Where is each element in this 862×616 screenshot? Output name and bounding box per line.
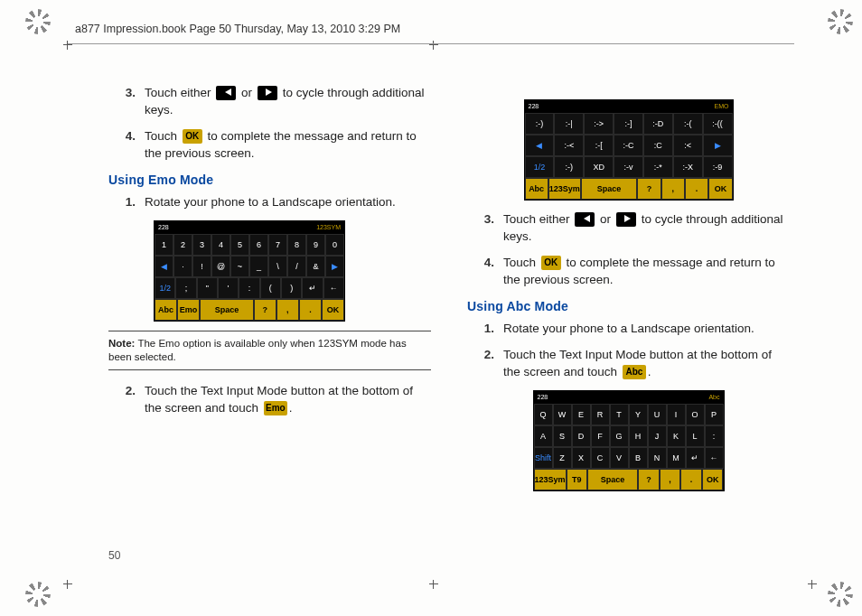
list-item: 3. Touch either or to cycle through addi… — [108, 85, 431, 119]
keyboard-key: T — [610, 404, 629, 425]
keyboard-key: XD — [584, 156, 614, 178]
keyboard-key: 123Sym — [548, 178, 581, 200]
cropmark-sun-icon — [25, 9, 51, 34]
keyboard-key: & — [306, 256, 325, 277]
ok-button-icon: OK — [183, 129, 202, 144]
keyboard-key: ( — [260, 277, 281, 299]
left-arrow-icon — [575, 212, 595, 227]
header-text: a877 Impression.book Page 50 Thursday, M… — [75, 23, 400, 35]
list-item: 1. Rotate your phone to a Landscape orie… — [467, 321, 790, 338]
right-column: 228EMO :-):-|:->:-]:-D:-(:-((◀:-<:-[:-C:… — [467, 81, 790, 553]
document-page: a877 Impression.book Page 50 Thursday, M… — [0, 0, 862, 616]
keyboard-key: Space — [200, 299, 254, 321]
keyboard-key: Space — [587, 469, 638, 490]
keyboard-key: :-[ — [584, 135, 614, 156]
keyboard-key: ~ — [230, 256, 249, 277]
keyboard-key: P — [705, 404, 724, 425]
note-box: Note: The Emo option is available only w… — [108, 331, 431, 370]
keyboard-key: Z — [553, 447, 572, 469]
keyboard-screenshot-emo: 228EMO :-):-|:->:-]:-D:-(:-((◀:-<:-[:-C:… — [524, 99, 734, 201]
keyboard-key: Abc — [155, 299, 177, 321]
keyboard-key: :-) — [554, 156, 584, 178]
registration-mark-icon — [429, 580, 438, 589]
keyboard-key: L — [686, 425, 705, 447]
step-number: 4. — [467, 255, 503, 289]
keyboard-key: :< — [673, 135, 703, 156]
keyboard-key: I — [667, 404, 686, 425]
keyboard-key: B — [629, 447, 648, 469]
step-text: Touch either or to cycle through additio… — [145, 85, 431, 119]
keyboard-key: :-D — [643, 113, 673, 135]
step-text: Touch the Text Input Mode button at the … — [145, 383, 431, 417]
keyboard-key: X — [572, 447, 591, 469]
keyboard-key: : — [239, 277, 259, 299]
keyboard-key: _ — [249, 256, 268, 277]
keyboard-key: 4 — [211, 234, 230, 256]
ok-button-icon: OK — [541, 256, 561, 270]
keyboard-key: O — [686, 404, 705, 425]
registration-mark-icon — [808, 580, 817, 589]
list-item: 3. Touch either or to cycle through addi… — [467, 211, 790, 246]
keyboard-key: :C — [643, 135, 673, 156]
page-number: 50 — [108, 548, 120, 564]
keyboard-key: H — [629, 425, 648, 447]
keyboard-key: · — [173, 256, 192, 277]
keyboard-key: Shift — [534, 447, 553, 469]
keyboard-key: :-9 — [703, 156, 733, 178]
keyboard-key: :-| — [554, 113, 584, 135]
keyboard-key: ? — [637, 178, 661, 200]
keyboard-key: 5 — [230, 234, 249, 256]
step-number: 2. — [467, 347, 503, 381]
keyboard-key: ' — [218, 277, 239, 299]
keyboard-key: 2 — [173, 234, 192, 256]
keyboard-key: A — [534, 425, 553, 447]
keyboard-key: :-) — [525, 113, 555, 135]
keyboard-key: ? — [254, 299, 276, 321]
step-text: Rotate your phone to a Landscape orienta… — [503, 321, 790, 338]
keyboard-key: 9 — [306, 234, 325, 256]
keyboard-key: :-< — [554, 135, 584, 156]
keyboard-key: :-(( — [703, 113, 733, 135]
content-area: 3. Touch either or to cycle through addi… — [108, 81, 790, 553]
emo-button-icon: Emo — [264, 401, 287, 415]
keyboard-key: 1 — [155, 234, 173, 256]
keyboard-key: , — [660, 469, 681, 490]
keyboard-key: :-C — [614, 135, 643, 156]
keyboard-key: N — [648, 447, 667, 469]
keyboard-key: M — [667, 447, 686, 469]
list-item: 2. Touch the Text Input Mode button at t… — [467, 347, 790, 381]
step-text: Touch OK to complete the message and ret… — [503, 255, 790, 289]
keyboard-key: ! — [192, 256, 211, 277]
left-arrow-icon — [216, 86, 236, 100]
keyboard-key: V — [610, 447, 629, 469]
keyboard-key: ) — [281, 277, 302, 299]
cropmark-sun-icon — [828, 9, 853, 34]
keyboard-key: D — [572, 425, 591, 447]
keyboard-key: Y — [629, 404, 648, 425]
list-item: 4. Touch OK to complete the message and … — [467, 255, 790, 289]
cropmark-sun-icon — [828, 582, 853, 607]
section-heading: Using Abc Mode — [467, 298, 790, 316]
step-number: 2. — [108, 383, 145, 417]
keyboard-key: S — [553, 425, 572, 447]
keyboard-key: . — [685, 178, 708, 200]
keyboard-key: 7 — [268, 234, 287, 256]
keyboard-key: :-( — [673, 113, 703, 135]
keyboard-key: \ — [268, 256, 287, 277]
section-heading: Using Emo Mode — [108, 172, 431, 190]
step-number: 4. — [108, 128, 145, 163]
keyboard-key: ↵ — [302, 277, 323, 299]
keyboard-key: Abc — [525, 178, 548, 200]
step-number: 3. — [467, 211, 503, 246]
keyboard-key: 1/2 — [155, 277, 175, 299]
list-item: 1. Rotate your phone to a Landscape orie… — [108, 194, 431, 211]
right-arrow-icon — [258, 86, 277, 100]
keyboard-key: :-X — [673, 156, 703, 178]
keyboard-key: :-* — [643, 156, 673, 178]
keyboard-key: 1/2 — [525, 156, 555, 178]
keyboard-key: Space — [581, 178, 638, 200]
keyboard-key: ? — [638, 469, 660, 490]
keyboard-key: Emo — [177, 299, 200, 321]
keyboard-key: OK — [322, 299, 344, 321]
step-number: 3. — [108, 85, 145, 119]
